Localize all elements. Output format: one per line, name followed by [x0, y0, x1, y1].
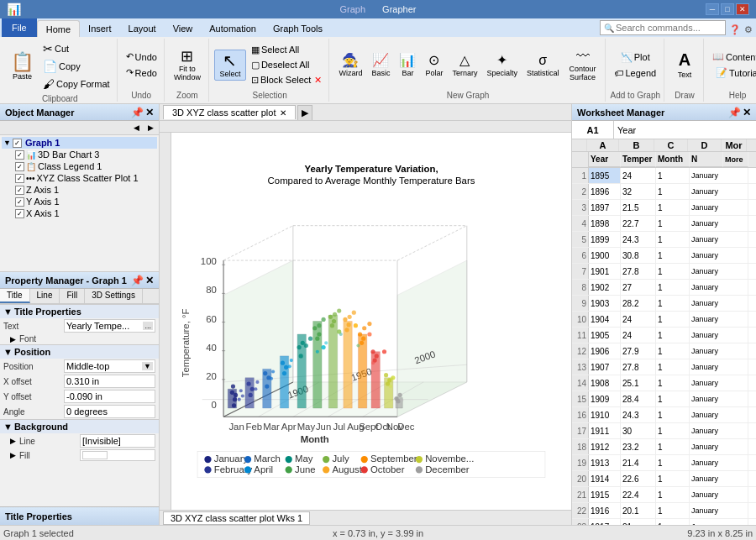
ws-cell-0-a[interactable]: Year [589, 152, 621, 167]
close-button[interactable]: ✕ [736, 3, 749, 15]
checkbox-xaxis[interactable] [15, 209, 24, 218]
tab-layout[interactable]: Layout [120, 20, 165, 37]
ws-formula-bar[interactable]: Year [614, 125, 756, 135]
ws-cell-12-d[interactable]: January [690, 343, 748, 359]
tab-graph-tools[interactable]: Graph Tools [265, 20, 331, 37]
ws-cell-23-c[interactable]: 1 [656, 519, 690, 525]
tab-insert[interactable]: Insert [80, 20, 120, 37]
ws-cell-12-b[interactable]: 27.9 [621, 343, 656, 359]
property-manager-pin[interactable]: 📌 [131, 275, 144, 286]
prop-value-angle[interactable]: 0 degrees [64, 405, 155, 418]
redo-button[interactable]: ↷Redo [123, 66, 160, 80]
ws-cell-0-c[interactable]: Month [656, 152, 690, 167]
ws-cell-17-d[interactable]: January [690, 423, 748, 438]
checkbox-yaxis[interactable] [15, 197, 24, 207]
checkbox-graph1[interactable] [13, 139, 22, 148]
ws-cell-3-c[interactable]: 1 [656, 200, 690, 215]
ws-cell-8-c[interactable]: 1 [656, 280, 690, 295]
prop-expand-bg-fill[interactable]: ▶ [10, 451, 16, 459]
select-all-button[interactable]: ▦Select All [248, 43, 326, 57]
ws-cell-14-c[interactable]: 1 [656, 375, 690, 391]
ws-pin[interactable]: 📌 [728, 107, 741, 118]
ws-cell-16-c[interactable]: 1 [656, 407, 690, 422]
ws-cell-23-b[interactable]: 21 [621, 519, 656, 525]
ws-cell-15-a[interactable]: 1909 [589, 391, 621, 406]
ws-cell-16-b[interactable]: 24.3 [621, 407, 656, 422]
copy-format-button[interactable]: 🖌Copy Format [39, 76, 113, 92]
ws-cell-21-c[interactable]: 1 [656, 487, 690, 502]
ws-cell-1-a[interactable]: 1895 [589, 168, 621, 183]
ws-cell-18-c[interactable]: 1 [656, 439, 690, 454]
prop-value-yoffset[interactable]: -0.090 in [64, 390, 155, 403]
ws-cell-11-b[interactable]: 24 [621, 328, 656, 343]
ws-cell-3-a[interactable]: 1897 [589, 200, 621, 215]
specialty-button[interactable]: ✦ Specialty [482, 50, 522, 80]
maximize-button[interactable]: □ [721, 3, 734, 15]
ws-cell-17-c[interactable]: 1 [656, 423, 690, 438]
ws-cell-13-d[interactable]: January [690, 359, 748, 375]
ws-cell-10-b[interactable]: 24 [621, 312, 656, 327]
ws-cell-18-b[interactable]: 23.2 [621, 439, 656, 454]
ws-cell-12-a[interactable]: 1906 [589, 343, 621, 359]
prop-text-browse[interactable]: ... [143, 322, 153, 330]
obj-toolbar-btn2[interactable]: ▶ [144, 122, 157, 134]
ws-cell-6-c[interactable]: 1 [656, 248, 690, 263]
ws-cell-6-a[interactable]: 1900 [589, 248, 621, 263]
ws-cell-6-b[interactable]: 30.8 [621, 248, 656, 263]
checkbox-zaxis[interactable] [15, 186, 24, 195]
select-button[interactable]: ↖ Select [214, 50, 246, 81]
ws-cell-8-a[interactable]: 1902 [589, 280, 621, 295]
ws-cell-12-c[interactable]: 1 [656, 343, 690, 359]
polar-button[interactable]: ⊙ Polar [421, 50, 447, 80]
ws-cell-4-a[interactable]: 1898 [589, 216, 621, 231]
obj-toolbar-btn1[interactable]: ◀ [129, 122, 143, 134]
ws-cell-9-a[interactable]: 1903 [589, 296, 621, 311]
ws-cell-14-d[interactable]: January [690, 375, 748, 391]
ws-cell-13-c[interactable]: 1 [656, 359, 690, 375]
ws-cell-0-d[interactable]: N [690, 152, 723, 167]
graph-tab-arrow[interactable]: ▶ [297, 105, 312, 120]
deselect-all-button[interactable]: ▢Deselect All [248, 58, 326, 72]
ws-cell-8-b[interactable]: 27 [621, 280, 656, 295]
statistical-button[interactable]: σ Statistical [522, 50, 564, 80]
ws-cell-7-d[interactable]: January [690, 264, 748, 279]
ws-cell-ref-box[interactable]: A1 [572, 121, 614, 139]
ws-cell-7-b[interactable]: 27.8 [621, 264, 656, 279]
ws-cell-6-d[interactable]: January [690, 248, 748, 263]
ws-cell-11-c[interactable]: 1 [656, 328, 690, 343]
ws-cell-19-d[interactable]: January [690, 455, 748, 470]
ws-cell-11-a[interactable]: 1905 [589, 328, 621, 343]
prop-value-text[interactable]: Yearly Tempe... ... [64, 319, 155, 333]
ws-cell-2-b[interactable]: 32 [621, 184, 656, 199]
graph-tab-scatter-close[interactable]: ✕ [280, 108, 286, 118]
ws-cell-5-b[interactable]: 24.3 [621, 232, 656, 247]
ws-cell-20-b[interactable]: 22.6 [621, 471, 656, 486]
tree-item-zaxis[interactable]: Z Axis 1 [2, 184, 157, 196]
ws-cell-19-a[interactable]: 1913 [589, 455, 621, 470]
ws-cell-22-a[interactable]: 1916 [589, 503, 621, 518]
tree-expand-graph1[interactable]: ▼ [3, 139, 11, 147]
tree-item-legend[interactable]: 📋 Class Legend 1 [2, 160, 157, 172]
ws-header-col-a[interactable]: A [587, 139, 619, 151]
tab-file[interactable]: File [2, 18, 37, 37]
checkbox-3dbar[interactable] [15, 150, 24, 160]
ternary-button[interactable]: △ Ternary [448, 50, 481, 80]
prop-value-position[interactable]: Middle-top ▼ [64, 359, 155, 373]
legend-button[interactable]: 🏷Legend [611, 66, 659, 80]
ws-cell-16-d[interactable]: January [690, 407, 748, 422]
ws-cell-7-c[interactable]: 1 [656, 264, 690, 279]
ws-cell-3-d[interactable]: January [690, 200, 748, 215]
fit-window-button[interactable]: ⊞ Fit toWindow [170, 46, 205, 84]
tab-home[interactable]: Home [37, 20, 80, 37]
ws-cell-15-c[interactable]: 1 [656, 391, 690, 406]
tree-item-graph1[interactable]: ▼ Graph 1 [2, 137, 157, 149]
ws-cell-20-a[interactable]: 1914 [589, 471, 621, 486]
prop-tab-3d[interactable]: 3D Settings [85, 289, 143, 303]
ws-header-col-more[interactable]: Mor [722, 139, 747, 151]
ws-cell-5-a[interactable]: 1899 [589, 232, 621, 247]
tree-item-xaxis[interactable]: X Axis 1 [2, 207, 157, 219]
bar-button[interactable]: 📊 Bar [395, 50, 420, 80]
ws-header-col-d[interactable]: D [688, 139, 722, 151]
ws-cell-18-a[interactable]: 1912 [589, 439, 621, 454]
ws-cell-9-d[interactable]: January [690, 296, 748, 311]
